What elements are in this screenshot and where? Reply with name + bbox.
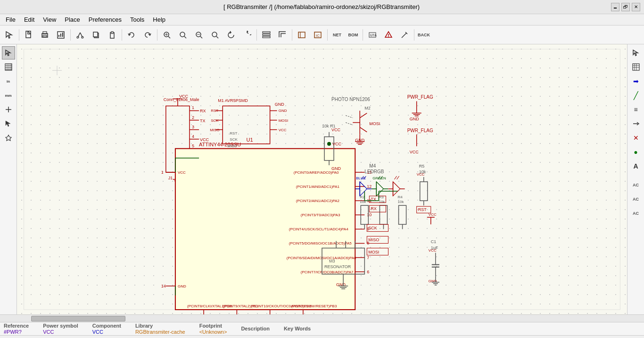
toolbar-print[interactable]	[37, 27, 52, 42]
svg-text:PWR_FLAG: PWR_FLAG	[407, 94, 433, 100]
toolbar-paste[interactable]	[105, 27, 120, 42]
svg-text:(PCINT7/ICP/OC0B/ADC7)PA7: (PCINT7/ICP/OC0B/ADC7)PA7	[301, 270, 354, 274]
toolbar-lib-browse[interactable]	[294, 27, 309, 42]
toolbar-zoom-in2[interactable]	[207, 27, 223, 42]
schematic-canvas[interactable]: 1 2 3 4 5 6 RX TX VCC GND Conn_01x06_Mal…	[17, 44, 627, 314]
rt-junction[interactable]: ●	[629, 145, 643, 159]
toolbar-cut[interactable]	[73, 27, 88, 42]
rt-grid2[interactable]	[629, 60, 643, 74]
svg-rect-31	[263, 36, 270, 38]
svg-text:IC: IC	[316, 34, 320, 38]
lt-origin[interactable]	[2, 103, 15, 116]
lt-highlight[interactable]	[2, 131, 15, 144]
close-button[interactable]: ✕	[632, 3, 640, 11]
svg-marker-52	[6, 121, 10, 127]
keywords-label: Key Words	[284, 326, 311, 331]
svg-text:VCC: VCC	[410, 150, 419, 154]
svg-marker-190	[393, 182, 400, 196]
reference-label: Reference	[4, 323, 29, 329]
svg-text:(PCINT0/AREF/ADC0)PA0: (PCINT0/AREF/ADC0)PA0	[294, 170, 339, 175]
toolbar-zoom-out[interactable]	[191, 27, 206, 42]
svg-text:14: 14	[161, 284, 166, 288]
svg-text:RESONATOR: RESONATOR	[324, 264, 351, 269]
rt-hier-sheet[interactable]: AC	[629, 193, 643, 206]
toolbar-annotate[interactable]: U7A	[365, 27, 380, 42]
svg-marker-42	[6, 50, 10, 56]
toolbar-zoom-fit[interactable]	[175, 27, 190, 42]
info-library: Library RGBtransmiter-cache	[135, 323, 185, 335]
toolbar-sep-6	[292, 29, 292, 41]
toolbar-bom[interactable]: BOM	[346, 27, 361, 42]
svg-rect-15	[93, 32, 98, 37]
rt-line[interactable]: ╱	[629, 89, 643, 102]
rt-hier-label[interactable]: AC	[629, 178, 643, 192]
rt-cursor[interactable]	[629, 46, 643, 59]
canvas-area[interactable]: 1 2 3 4 5 6 RX TX VCC GND Conn_01x06_Mal…	[17, 44, 627, 314]
rt-bus[interactable]: ≡	[629, 103, 643, 116]
menu-view[interactable]: View	[39, 15, 60, 24]
toolbar-netlist[interactable]: NET	[330, 27, 345, 42]
svg-line-23	[184, 36, 186, 38]
svg-text:PHOTO NPN1206: PHOTO NPN1206	[331, 97, 370, 102]
svg-text:J1: J1	[168, 176, 173, 180]
menu-place[interactable]: Place	[61, 15, 84, 24]
lt-unit-in[interactable]: in	[2, 75, 15, 88]
menu-help[interactable]: Help	[149, 15, 169, 24]
svg-rect-29	[263, 32, 270, 33]
rt-net-label[interactable]	[629, 117, 643, 130]
menu-file[interactable]: File	[2, 15, 19, 24]
lt-unit-mm[interactable]: mm	[2, 89, 15, 102]
rt-arrow[interactable]: ➡	[629, 75, 643, 88]
svg-line-149	[360, 127, 367, 132]
svg-line-152	[346, 123, 353, 125]
main-area: in mm	[0, 44, 644, 314]
toolbar-sheets[interactable]	[275, 27, 290, 42]
menu-tools[interactable]: Tools	[126, 15, 148, 24]
lt-cursor2[interactable]	[2, 117, 15, 130]
toolbar-redo[interactable]	[140, 27, 155, 42]
toolbar-sym-browse[interactable]: IC	[310, 27, 325, 42]
toolbar-undo[interactable]	[124, 27, 139, 42]
toolbar-edit-sym[interactable]	[397, 27, 412, 42]
svg-point-22	[180, 32, 185, 37]
menu-preferences[interactable]: Preferences	[85, 15, 125, 24]
scrollbar-track[interactable]	[17, 315, 627, 322]
svg-rect-30	[263, 34, 270, 35]
svg-line-197	[395, 176, 397, 179]
svg-text:(PCINT1/AIN0/ADC1)PA1: (PCINT1/AIN0/ADC1)PA1	[296, 185, 340, 189]
toolbar-back[interactable]: BACK	[416, 27, 431, 42]
rt-no-connect[interactable]: ✕	[629, 131, 643, 144]
toolbar-copy[interactable]	[89, 27, 104, 42]
svg-text:VCC: VCC	[429, 212, 437, 217]
svg-text:(PCINT6/SDA/DI/MOSI/OC1A/ADC6): (PCINT6/SDA/DI/MOSI/OC1A/ADC6)PA6	[287, 256, 356, 260]
rt-label[interactable]: A	[629, 160, 643, 173]
toolbar-hierarchy[interactable]	[259, 27, 274, 42]
maximize-button[interactable]: 🗗	[621, 3, 630, 11]
toolbar-plot[interactable]	[53, 27, 68, 42]
svg-marker-180	[360, 182, 367, 196]
toolbar-zoom-next[interactable]	[239, 27, 255, 42]
svg-line-19	[168, 36, 170, 38]
toolbar-zoom-window[interactable]	[159, 27, 174, 42]
scrollbar-thumb[interactable]	[31, 316, 125, 321]
menu-edit[interactable]: Edit	[20, 15, 38, 24]
svg-text:7: 7	[367, 255, 369, 260]
svg-text:RST: RST	[211, 109, 218, 113]
toolbar-sep-4	[157, 29, 157, 41]
svg-text:U1: U1	[246, 137, 253, 143]
minimize-button[interactable]: 🗕	[611, 3, 619, 11]
svg-text:TX: TX	[200, 118, 206, 123]
svg-text:VCC: VCC	[331, 127, 341, 132]
toolbar-erc[interactable]	[381, 27, 396, 42]
toolbar-zoom-prev[interactable]	[223, 27, 239, 42]
lt-grid[interactable]	[2, 60, 15, 74]
rt-symbol[interactable]: AC	[629, 207, 643, 220]
svg-text:U7A: U7A	[370, 34, 377, 37]
toolbar-new[interactable]	[21, 27, 36, 42]
svg-text:12: 12	[367, 184, 372, 189]
toolbar-select[interactable]	[2, 27, 17, 42]
svg-rect-224	[420, 182, 428, 201]
svg-text:PWR_FLAG: PWR_FLAG	[407, 128, 433, 133]
lt-cursor[interactable]	[2, 46, 15, 59]
window-controls[interactable]: 🗕 🗗 ✕	[611, 3, 640, 11]
